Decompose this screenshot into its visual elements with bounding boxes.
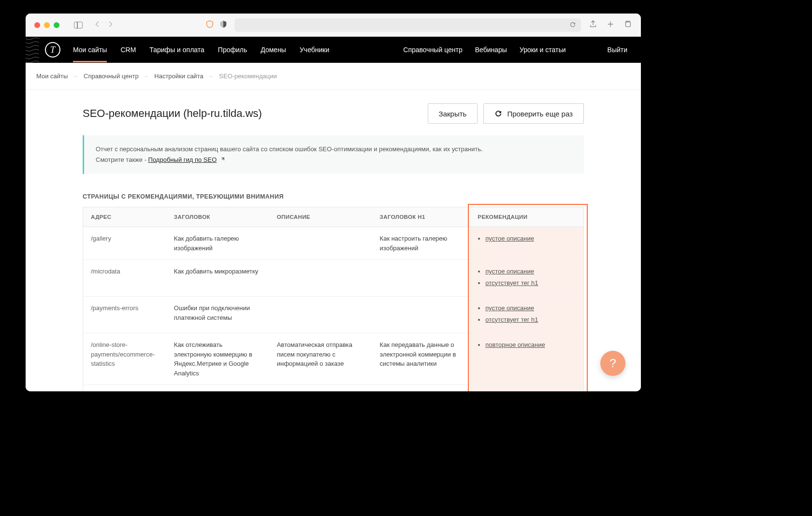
share-icon[interactable] — [589, 20, 597, 30]
nav-item-tutorials[interactable]: Учебники — [300, 37, 329, 62]
close-window-button[interactable] — [34, 22, 40, 28]
back-button[interactable] — [94, 21, 101, 29]
breadcrumb-link[interactable]: Справочный центр — [84, 72, 139, 80]
svg-rect-0 — [626, 22, 631, 27]
recommendation-link[interactable]: пустое описание — [485, 303, 576, 313]
info-text: Отчет с персональным анализом страниц ва… — [96, 144, 572, 155]
tabs-overview-icon[interactable] — [624, 20, 632, 30]
recommendations-cell: пустое описание — [470, 227, 583, 260]
col-header-h1: ЗАГОЛОВОК H1 — [372, 207, 470, 227]
info-text: Смотрите также - — [96, 156, 148, 163]
main-nav: Мои сайты CRM Тарифы и оплата Профиль До… — [73, 37, 329, 62]
recommendation-link[interactable]: отсутствует тег h1 — [485, 278, 576, 288]
table-cell: /gallery — [83, 227, 166, 260]
decorative-wave-icon — [26, 37, 39, 63]
new-tab-icon[interactable] — [606, 20, 615, 30]
section-heading: СТРАНИЦЫ С РЕКОМЕНДАЦИЯМИ, ТРЕБУЮЩИМИ ВН… — [83, 193, 584, 200]
nav-item-billing[interactable]: Тарифы и оплата — [149, 37, 204, 62]
recommendations-cell: повторное описание — [470, 333, 583, 385]
table-row: /online-store-payments/ecommerce-statist… — [83, 333, 584, 385]
breadcrumb-link[interactable]: Мои сайты — [36, 72, 68, 80]
nav-item-sites[interactable]: Мои сайты — [73, 37, 107, 62]
table-cell: /online-store-payments/ecommerce-statist… — [83, 333, 166, 385]
table-cell — [269, 297, 372, 333]
address-bar[interactable] — [234, 18, 581, 32]
privacy-icon[interactable] — [219, 20, 228, 30]
app-header: T Мои сайты CRM Тарифы и оплата Профиль … — [26, 37, 641, 63]
page-content: SEO-рекомендации (help-ru.tilda.ws) Закр… — [26, 90, 641, 391]
col-header-address: АДРЕС — [83, 207, 166, 227]
nav-item-webinars[interactable]: Вебинары — [475, 46, 507, 54]
table-cell: Как настроить галерею изображений — [372, 227, 470, 260]
nav-item-profile[interactable]: Профиль — [218, 37, 247, 62]
table-cell: /microdata — [83, 260, 166, 297]
window-controls — [34, 22, 59, 28]
breadcrumb-current: SEO-рекомендации — [219, 72, 276, 80]
table-cell: Как установить бесплатный сертификат Let… — [269, 385, 372, 391]
table-row: /httpsКак настроить протокол HTTPSКак ус… — [83, 385, 584, 391]
table-row: /payments-errorsОшибки при подключении п… — [83, 297, 584, 333]
nav-item-domains[interactable]: Домены — [261, 37, 286, 62]
recommendation-link[interactable]: пустое описание — [485, 234, 576, 244]
table-cell: Автоматическая отправка писем покупателю… — [269, 333, 372, 385]
page-title: SEO-рекомендации (help-ru.tilda.ws) — [83, 107, 262, 120]
table-cell: Как настроить протокол HTTPS — [166, 385, 269, 391]
breadcrumb: Мои сайты→ Справочный центр→ Настройки с… — [26, 63, 641, 90]
table-cell — [269, 227, 372, 260]
col-header-description: ОПИСАНИЕ — [269, 207, 372, 227]
nav-item-articles[interactable]: Уроки и статьи — [520, 46, 566, 54]
table-cell: Как добавить галерею изображений — [166, 227, 269, 260]
browser-window: T Мои сайты CRM Тарифы и оплата Профиль … — [26, 14, 641, 391]
minimize-window-button[interactable] — [44, 22, 50, 28]
recommendation-link[interactable]: пустое описание — [485, 267, 576, 276]
recommendation-link[interactable]: отсутствует тег h1 — [485, 315, 576, 325]
secondary-nav: Справочный центр Вебинары Уроки и статьи… — [403, 46, 627, 54]
seo-guide-link[interactable]: Подробный гид по SEO — [148, 156, 217, 163]
logout-link[interactable]: Выйти — [608, 46, 627, 54]
refresh-icon — [494, 110, 502, 117]
recommendation-link[interactable]: повторное описание — [485, 340, 576, 350]
info-banner: Отчет с персональным анализом страниц ва… — [83, 135, 584, 174]
table-cell: Как отслеживать электронную коммерцию в … — [166, 333, 269, 385]
reload-icon[interactable] — [569, 21, 576, 30]
fullscreen-window-button[interactable] — [54, 22, 59, 28]
table-cell — [372, 297, 470, 333]
table-cell: /https — [83, 385, 166, 391]
recommendations-cell: пустое описаниеотсутствует тег h1 — [470, 260, 583, 297]
close-button[interactable]: Закрыть — [428, 103, 478, 124]
table-cell — [269, 260, 372, 297]
nav-item-crm[interactable]: CRM — [120, 37, 136, 62]
table-cell: /payments-errors — [83, 297, 166, 333]
adblock-icon[interactable] — [205, 20, 214, 30]
table-cell: Ошибки при подключении платежной системы — [166, 297, 269, 333]
table-cell — [372, 260, 470, 297]
table-cell — [372, 385, 470, 391]
table-cell: Как передавать данные о электронной комм… — [372, 333, 470, 385]
col-header-recommendations: РЕКОМЕНДАЦИИ — [470, 207, 583, 227]
external-link-icon — [220, 157, 225, 162]
table-cell: Как добавить микроразметку — [166, 260, 269, 297]
table-row: /microdataКак добавить микроразметкупуст… — [83, 260, 584, 297]
forward-button[interactable] — [107, 21, 114, 29]
table-row: /galleryКак добавить галерею изображений… — [83, 227, 584, 260]
app-logo[interactable]: T — [45, 42, 60, 57]
seo-table: АДРЕС ЗАГОЛОВОК ОПИСАНИЕ ЗАГОЛОВОК H1 РЕ… — [83, 207, 584, 391]
recommendations-cell: отсутствует тег h1 — [470, 385, 583, 391]
recheck-button[interactable]: Проверить еще раз — [483, 103, 584, 124]
browser-toolbar — [26, 14, 641, 37]
help-fab-button[interactable]: ? — [600, 351, 625, 376]
recommendations-cell: пустое описаниеотсутствует тег h1 — [470, 297, 583, 333]
breadcrumb-link[interactable]: Настройки сайта — [154, 72, 203, 80]
col-header-title: ЗАГОЛОВОК — [166, 207, 269, 227]
nav-item-help[interactable]: Справочный центр — [403, 46, 462, 54]
sidebar-toggle-icon[interactable] — [74, 22, 83, 29]
